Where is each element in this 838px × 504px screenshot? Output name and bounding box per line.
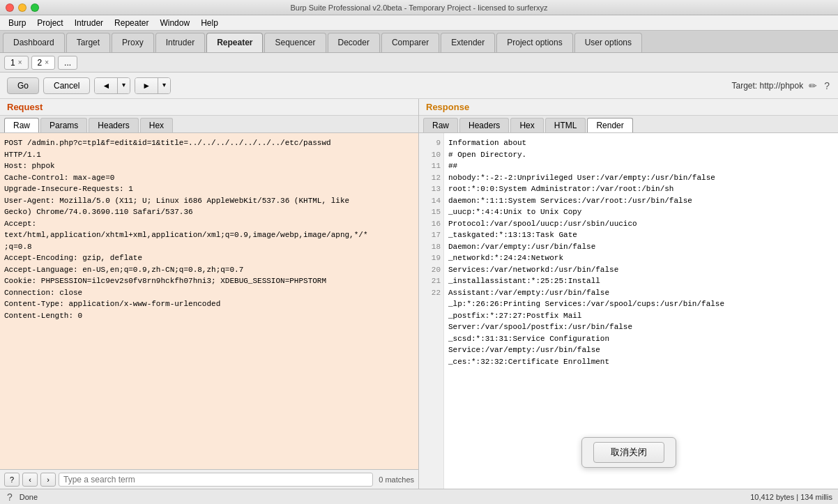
tab-decoder[interactable]: Decoder xyxy=(328,33,380,52)
request-tab-raw[interactable]: Raw xyxy=(4,118,39,132)
search-next-btn[interactable]: › xyxy=(40,473,56,487)
response-line: Server:/var/spool/postfix:/usr/bin/false xyxy=(448,321,834,333)
response-line: # Open Directory. xyxy=(448,149,834,161)
line-numbers: 910111213141516171819202122 xyxy=(419,133,444,489)
help-icon[interactable]: ? xyxy=(823,79,831,93)
menu-window[interactable]: Window xyxy=(154,17,195,29)
target-text: Target: http://phpok xyxy=(731,81,803,91)
tab-user-options[interactable]: User options xyxy=(574,33,642,52)
menu-project[interactable]: Project xyxy=(31,17,68,29)
tab-extender[interactable]: Extender xyxy=(441,33,495,52)
title-bar: Burp Suite Professional v2.0beta - Tempo… xyxy=(0,0,838,15)
response-tab-headers[interactable]: Headers xyxy=(459,118,509,132)
request-tab-headers[interactable]: Headers xyxy=(89,118,138,132)
close-button[interactable] xyxy=(6,3,14,12)
response-panel: Response Raw Headers Hex HTML Render 910… xyxy=(419,99,838,489)
request-search-bar: ? ‹ › 0 matches xyxy=(0,469,418,489)
toolbar: Go Cancel ◄ ▾ ► ▾ Target: http://phpok ✏… xyxy=(0,72,838,99)
go-button[interactable]: Go xyxy=(7,77,39,94)
sub-tab-1-label: 1 xyxy=(10,58,15,68)
response-header: Response xyxy=(419,99,838,116)
response-tab-hex[interactable]: Hex xyxy=(510,118,543,132)
forward-nav-group: ► ▾ xyxy=(135,77,171,94)
tab-repeater[interactable]: Repeater xyxy=(206,33,263,52)
traffic-lights xyxy=(6,3,39,12)
sub-tab-bar: 1 × 2 × ... xyxy=(0,53,838,72)
response-tab-html[interactable]: HTML xyxy=(545,118,586,132)
sub-tab-more[interactable]: ... xyxy=(58,56,77,70)
sub-tab-2-close[interactable]: × xyxy=(45,59,49,66)
target-label: Target: http://phpok ✏ ? xyxy=(731,79,831,93)
cancel-dialog: 取消关闭 xyxy=(581,437,676,468)
cancel-close-button[interactable]: 取消关闭 xyxy=(593,442,664,463)
response-line: Services:/var/networkd:/usr/bin/false xyxy=(448,264,834,276)
response-line: _networkd:*:24:24:Network xyxy=(448,252,834,264)
cancel-button[interactable]: Cancel xyxy=(43,77,90,94)
minimize-button[interactable] xyxy=(18,3,26,12)
request-header: Request xyxy=(0,99,418,116)
sub-tab-1-close[interactable]: × xyxy=(18,59,22,66)
response-line: _taskgated:*:13:13:Task Gate xyxy=(448,229,834,241)
menu-repeater[interactable]: Repeater xyxy=(109,17,154,29)
response-tab-render[interactable]: Render xyxy=(587,118,632,132)
tab-intruder[interactable]: Intruder xyxy=(155,33,205,52)
main-tab-bar: Dashboard Target Proxy Intruder Repeater… xyxy=(0,31,838,53)
request-text-area[interactable]: <span class="highlight-red">POST /admin.… xyxy=(0,133,418,469)
response-line: Protocol:/var/spool/uucp:/usr/sbin/uucic… xyxy=(448,218,834,230)
response-line: _postfix:*:27:27:Postfix Mail xyxy=(448,310,834,322)
search-input[interactable] xyxy=(59,473,373,487)
response-line: nobody:*:-2:-2:Unprivileged User:/var/em… xyxy=(448,172,834,184)
response-line: Service:/var/empty:/usr/bin/false xyxy=(448,344,834,356)
sub-tab-1[interactable]: 1 × xyxy=(4,56,29,70)
response-tab-raw[interactable]: Raw xyxy=(423,118,458,132)
response-content: 910111213141516171819202122 Information … xyxy=(419,133,838,489)
response-line: _ces:*:32:32:Certificate Enrollment xyxy=(448,356,834,368)
response-line: Information about xyxy=(448,137,834,149)
edit-target-icon[interactable]: ✏ xyxy=(807,79,818,93)
tab-project-options[interactable]: Project options xyxy=(496,33,572,52)
bottom-info-icon[interactable]: ? xyxy=(6,490,14,504)
response-line: _scsd:*:31:31:Service Configuration xyxy=(448,333,834,345)
size-info: 10,412 bytes | 134 millis xyxy=(750,493,832,501)
response-line: _uucp:*:4:4:Unix to Unix Copy xyxy=(448,206,834,218)
response-tabs: Raw Headers Hex HTML Render xyxy=(419,116,838,133)
response-line: Daemon:/var/empty:/usr/bin/false xyxy=(448,241,834,253)
request-content: <span class="highlight-red">POST /admin.… xyxy=(0,133,418,469)
window-title: Burp Suite Professional v2.0beta - Tempo… xyxy=(290,3,547,12)
response-line: ## xyxy=(448,160,834,172)
forward-dropdown[interactable]: ▾ xyxy=(158,78,170,93)
status-text: Done xyxy=(20,493,38,501)
search-prev-btn[interactable]: ‹ xyxy=(22,473,38,487)
tab-proxy[interactable]: Proxy xyxy=(112,33,154,52)
request-panel: Request Raw Params Headers Hex <span cla… xyxy=(0,99,419,489)
forward-button[interactable]: ► xyxy=(135,78,158,93)
tab-sequencer[interactable]: Sequencer xyxy=(264,33,326,52)
menu-bar: Burp Project Intruder Repeater Window He… xyxy=(0,15,838,31)
match-count: 0 matches xyxy=(379,475,414,484)
request-tab-params[interactable]: Params xyxy=(40,118,87,132)
response-line: root:*:0:0:System Administrator:/var/roo… xyxy=(448,183,834,195)
back-nav-group: ◄ ▾ xyxy=(94,77,130,94)
request-tab-hex[interactable]: Hex xyxy=(140,118,173,132)
tab-dashboard[interactable]: Dashboard xyxy=(3,33,65,52)
menu-intruder[interactable]: Intruder xyxy=(69,17,109,29)
main-content: Request Raw Params Headers Hex <span cla… xyxy=(0,99,838,489)
response-line: daemon:*:1:1:System Services:/var/root:/… xyxy=(448,195,834,207)
tab-target[interactable]: Target xyxy=(66,33,110,52)
menu-help[interactable]: Help xyxy=(195,17,224,29)
bottom-bar: ? Done 10,412 bytes | 134 millis xyxy=(0,489,838,504)
maximize-button[interactable] xyxy=(31,3,39,12)
request-tabs: Raw Params Headers Hex xyxy=(0,116,418,133)
response-line: Assistant:/var/empty:/usr/bin/false xyxy=(448,287,834,299)
back-dropdown[interactable]: ▾ xyxy=(118,78,130,93)
search-info-btn[interactable]: ? xyxy=(4,473,20,487)
response-line: _installassistant:*:25:25:Install xyxy=(448,275,834,287)
sub-tab-2-label: 2 xyxy=(38,58,43,68)
tab-comparer[interactable]: Comparer xyxy=(381,33,439,52)
response-line: _lp:*:26:26:Printing Services:/var/spool… xyxy=(448,298,834,310)
sub-tab-2[interactable]: 2 × xyxy=(31,56,56,70)
back-button[interactable]: ◄ xyxy=(95,78,118,93)
response-text-area[interactable]: Information about# Open Directory.##nobo… xyxy=(444,133,838,489)
menu-burp[interactable]: Burp xyxy=(3,17,31,29)
